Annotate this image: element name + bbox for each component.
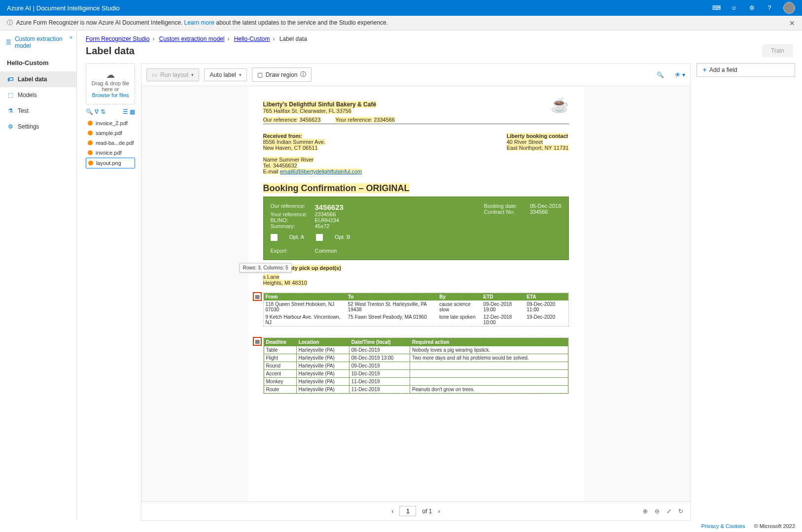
footer: Privacy & Cookies © Microsoft 2022	[701, 520, 795, 521]
checkbox	[316, 234, 323, 241]
sidebar-item-label: Settings	[18, 123, 39, 130]
project-name: Hello-Custom	[0, 54, 76, 71]
add-field-button[interactable]: + Add a field	[697, 63, 795, 77]
page-title: Label data	[86, 45, 135, 57]
top-bar: Azure AI | Document Intelligence Studio …	[0, 0, 802, 16]
breadcrumb-link[interactable]: Hello-Custom	[234, 35, 270, 42]
file-item[interactable]: invoice_2.pdf	[86, 118, 135, 128]
status-dot	[88, 140, 93, 145]
breadcrumb-current: Label data	[279, 35, 307, 42]
help-icon[interactable]: ?	[766, 4, 773, 12]
status-dot	[88, 121, 93, 126]
booking-summary-box: Our reference:3456623 Your reference:233…	[263, 197, 569, 260]
sidebar: ☰ Custom extraction model « Hello-Custom…	[0, 31, 77, 521]
breadcrumb-link[interactable]: Form Recognizer Studio	[86, 35, 149, 42]
document-view[interactable]: ☕ Liberty's Delightful Sinful Bakery & C…	[141, 86, 690, 501]
zoom-out-icon[interactable]: ⊖	[655, 508, 660, 515]
train-button[interactable]: Train	[762, 44, 793, 57]
pager: ‹ of 1 › ⊕ ⊖ ⤢ ↻	[141, 501, 690, 520]
cloud-upload-icon: ☁	[89, 69, 132, 80]
company-name: Liberty's Delightful Sinful Bakery & Caf…	[263, 101, 377, 108]
learn-more-link[interactable]: Learn more	[184, 19, 214, 26]
dropzone[interactable]: ☁ Drag & drop file here or Browse for fi…	[86, 63, 135, 104]
gear-icon[interactable]: ⚙	[748, 4, 756, 12]
document-panel: ▭ Run layout ▾ Auto label ▾ ▢ Draw regio…	[141, 63, 691, 521]
table-icon[interactable]: ▦	[253, 337, 262, 346]
content: Form Recognizer Studio› Custom extractio…	[77, 31, 802, 521]
file-list-panel: ☁ Drag & drop file here or Browse for fi…	[86, 63, 135, 521]
next-page-icon[interactable]: ›	[438, 508, 440, 515]
file-item[interactable]: invoice.pdf	[86, 148, 135, 158]
collapse-icon[interactable]: «	[70, 34, 72, 40]
tag-icon: 🏷	[7, 76, 14, 83]
sidebar-item-settings[interactable]: ⚙ Settings	[0, 119, 76, 134]
filter-icon[interactable]: ∇	[95, 108, 99, 115]
sidebar-item-label: Label data	[18, 76, 47, 83]
flask-icon: ⚗	[7, 107, 14, 114]
chevron-down-icon: ▾	[191, 72, 194, 77]
sidebar-header: ☰ Custom extraction model «	[0, 31, 76, 54]
close-icon[interactable]: ✕	[789, 19, 795, 27]
smiley-icon[interactable]: ☺	[730, 4, 738, 12]
file-toolbar: 🔍 ∇ ⇅ ☰ ▦	[86, 108, 135, 115]
browse-files-link[interactable]: Browse for files	[89, 92, 132, 98]
search-icon[interactable]: 🔍	[86, 108, 93, 115]
file-name: layout.png	[96, 160, 121, 166]
table1-region[interactable]: ▦ FromToByETDETA118 Queen Street Hoboken…	[263, 293, 569, 327]
topbar-actions: ⌨ ☺ ⚙ ?	[712, 2, 795, 14]
document-page: ☕ Liberty's Delightful Sinful Bakery & C…	[248, 86, 584, 501]
status-dot	[88, 161, 93, 166]
app-title: Azure AI | Document Intelligence Studio	[7, 4, 120, 12]
chevron-down-icon: ▾	[239, 72, 242, 77]
checkbox	[271, 234, 278, 241]
table-icon[interactable]: ▦	[253, 292, 262, 301]
visibility-icon[interactable]: 👁 ▾	[675, 71, 685, 78]
sidebar-item-label: Models	[18, 92, 37, 99]
page-input[interactable]	[399, 506, 416, 516]
sidebar-item-label-data[interactable]: 🏷 Label data	[0, 71, 76, 87]
breadcrumb-link[interactable]: Custom extraction model	[159, 35, 225, 42]
sidebar-item-models[interactable]: ⬚ Models	[0, 87, 76, 103]
sidebar-item-test[interactable]: ⚗ Test	[0, 103, 76, 119]
region-icon: ▢	[257, 71, 263, 78]
auto-label-button[interactable]: Auto label ▾	[204, 68, 246, 81]
file-name: read-ba...de.pdf	[96, 140, 134, 146]
filter-icon: ☰	[6, 39, 12, 46]
table2-region[interactable]: ▦ DeadlineLocationDate/Time (local)Requi…	[263, 337, 569, 394]
status-dot	[88, 150, 93, 155]
draw-region-button[interactable]: ▢ Draw region ⓘ	[252, 67, 312, 82]
plus-icon: +	[703, 66, 706, 73]
sidebar-item-label: Test	[18, 107, 29, 114]
zoom-in-icon[interactable]: ⊕	[643, 508, 648, 515]
search-icon[interactable]: 🔍	[657, 71, 664, 78]
run-layout-button[interactable]: ▭ Run layout ▾	[146, 68, 199, 81]
prev-page-icon[interactable]: ‹	[391, 508, 393, 515]
mug-icon: ☕	[551, 96, 569, 113]
gear-icon: ⚙	[7, 123, 14, 130]
file-item[interactable]: read-ba...de.pdf	[86, 138, 135, 148]
email-link[interactable]: email6@libertydelightfulsinful.com	[280, 168, 362, 174]
file-name: sample.pdf	[96, 130, 122, 136]
list-view-icon[interactable]: ☰	[123, 108, 128, 115]
layout-icon: ▭	[152, 71, 157, 78]
fields-panel: + Add a field	[697, 63, 795, 521]
status-dot	[88, 131, 93, 135]
file-name: invoice.pdf	[96, 150, 122, 156]
info-icon: ⓘ	[300, 70, 306, 79]
document-toolbar: ▭ Run layout ▾ Auto label ▾ ▢ Draw regio…	[141, 64, 690, 86]
info-text: ⓘ Azure Form Recognizer is now Azure AI …	[7, 19, 388, 27]
breadcrumb: Form Recognizer Studio› Custom extractio…	[77, 31, 802, 42]
info-bar: ⓘ Azure Form Recognizer is now Azure AI …	[0, 16, 802, 31]
cube-icon: ⬚	[7, 92, 14, 99]
file-item[interactable]: sample.pdf	[86, 128, 135, 138]
info-icon: ⓘ	[7, 19, 13, 26]
file-name: invoice_2.pdf	[96, 120, 128, 126]
grid-view-icon[interactable]: ▦	[130, 108, 135, 115]
avatar[interactable]	[783, 2, 795, 14]
file-item[interactable]: layout.png	[86, 158, 135, 168]
fit-icon[interactable]: ⤢	[666, 508, 671, 515]
keyboard-icon[interactable]: ⌨	[712, 4, 720, 12]
rotate-icon[interactable]: ↻	[678, 508, 683, 515]
table-tooltip: Rows: 3, Columns: 5	[240, 263, 292, 272]
sort-icon[interactable]: ⇅	[101, 108, 105, 115]
